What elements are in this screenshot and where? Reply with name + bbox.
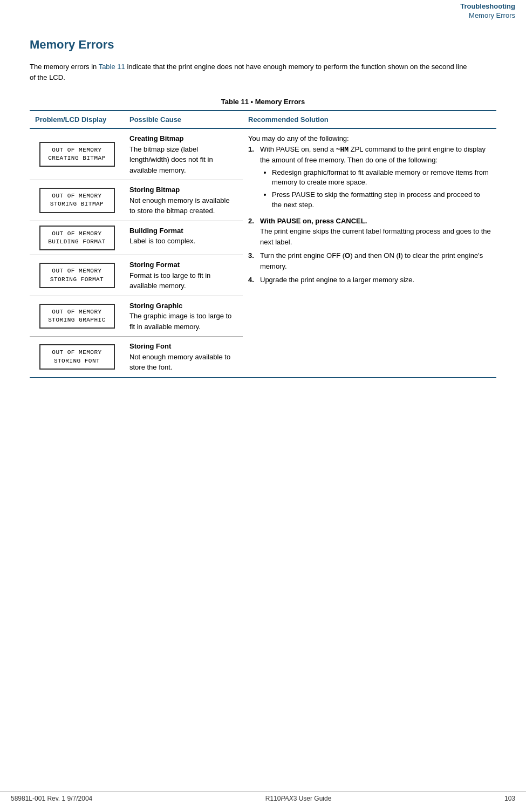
col-header-solution: Recommended Solution (243, 111, 496, 128)
page-title: Memory Errors (30, 38, 496, 52)
cause-title: Storing Font (129, 342, 171, 350)
footer-right: 103 (504, 795, 515, 802)
lcd-display: OUT OF MEMORYCREATING BITMAP (39, 142, 115, 167)
sol-action: With PAUSE on, press CANCEL. (260, 217, 367, 225)
footer-left: 58981L-001 Rev. 1 9/7/2004 (11, 795, 92, 802)
intro-text-before: The memory errors in (30, 63, 99, 71)
solution-cell: You may do any of the following:1.With P… (243, 128, 496, 378)
off-bold: O (345, 251, 350, 260)
solution-item: 2.With PAUSE on, press CANCEL.The print … (248, 216, 491, 248)
main-content: Memory Errors The memory errors in Table… (0, 16, 526, 400)
cause-title: Storing Graphic (129, 302, 182, 310)
lcd-cell: OUT OF MEMORYSTORING FORMAT (30, 255, 124, 296)
col-header-cause: Possible Cause (124, 111, 243, 128)
solution-item: 4.Upgrade the print engine to a larger m… (248, 275, 491, 285)
lcd-display: OUT OF MEMORYSTORING BITMAP (39, 188, 115, 213)
intro-paragraph: The memory errors in Table 11 indicate t… (30, 62, 472, 83)
table-body: OUT OF MEMORYCREATING BITMAPCreating Bit… (30, 128, 496, 378)
sol-number: 1. (248, 144, 257, 213)
solution-item: 3.Turn the print engine OFF (O) and then… (248, 250, 491, 271)
cause-title: Storing Bitmap (129, 186, 180, 194)
sol-subtext: The print engine skips the current label… (260, 227, 491, 246)
chapter-title: Troubleshooting (364, 2, 515, 11)
header-row: Problem/LCD Display Possible Cause Recom… (30, 111, 496, 128)
sol-text: Upgrade the print engine to a larger mem… (260, 275, 491, 285)
bullet-item: Redesign graphic/format to fit available… (272, 168, 491, 188)
error-table: Problem/LCD Display Possible Cause Recom… (30, 110, 496, 378)
cause-cell: Storing GraphicThe graphic image is too … (124, 296, 243, 337)
sol-number: 4. (248, 275, 257, 285)
footer-center: R110PAX3 User Guide (265, 795, 332, 802)
sol-text: With PAUSE on, send a ~HM ZPL command to… (260, 144, 491, 213)
cause-cell: Creating BitmapThe bitmap size (label le… (124, 128, 243, 180)
sol-action: Upgrade the print engine to a larger mem… (260, 276, 414, 284)
cause-cell: Building FormatLabel is too complex. (124, 221, 243, 255)
lcd-display: OUT OF MEMORYSTORING FORMAT (39, 263, 115, 288)
lcd-cell: OUT OF MEMORYBUILDING FORMAT (30, 221, 124, 255)
cause-title: Creating Bitmap (129, 134, 183, 142)
cause-cell: Storing BitmapNot enough memory is avail… (124, 180, 243, 221)
on-bold: I (399, 251, 401, 260)
col-header-lcd: Problem/LCD Display (30, 111, 124, 128)
table-title: Table 11 • Memory Errors (30, 98, 496, 106)
lcd-display: OUT OF MEMORYSTORING GRAPHIC (39, 304, 115, 329)
cause-cell: Storing FontNot enough memory available … (124, 337, 243, 378)
sol-number: 2. (248, 216, 257, 248)
lcd-cell: OUT OF MEMORYSTORING BITMAP (30, 180, 124, 221)
sol-text: Turn the print engine OFF (O) and then O… (260, 250, 491, 271)
lcd-display: OUT OF MEMORYSTORING FONT (39, 344, 115, 370)
solution-intro: You may do any of the following: (248, 133, 491, 144)
sol-text: With PAUSE on, press CANCEL.The print en… (260, 216, 491, 248)
sol-number: 3. (248, 250, 257, 271)
section-title: Memory Errors (364, 11, 515, 21)
lcd-cell: OUT OF MEMORYSTORING GRAPHIC (30, 296, 124, 337)
code-hm: ~HM (336, 145, 349, 153)
lcd-display: OUT OF MEMORYBUILDING FORMAT (39, 226, 115, 251)
lcd-cell: OUT OF MEMORYCREATING BITMAP (30, 128, 124, 180)
solution-item: 1.With PAUSE on, send a ~HM ZPL command … (248, 144, 491, 213)
table-header: Problem/LCD Display Possible Cause Recom… (30, 111, 496, 128)
page-header: Troubleshooting Memory Errors (364, 0, 526, 21)
page-footer: 58981L-001 Rev. 1 9/7/2004 R110PAX3 User… (0, 791, 526, 802)
cause-title: Building Format (129, 227, 183, 235)
table-link[interactable]: Table 11 (99, 63, 125, 71)
cause-cell: Storing FormatFormat is too large to fit… (124, 255, 243, 296)
table-row: OUT OF MEMORYCREATING BITMAPCreating Bit… (30, 128, 496, 180)
cause-title: Storing Format (129, 261, 180, 269)
lcd-cell: OUT OF MEMORYSTORING FONT (30, 337, 124, 378)
bullet-item: Press PAUSE to skip the formatting step … (272, 190, 491, 210)
bullet-list: Redesign graphic/format to fit available… (260, 168, 491, 210)
